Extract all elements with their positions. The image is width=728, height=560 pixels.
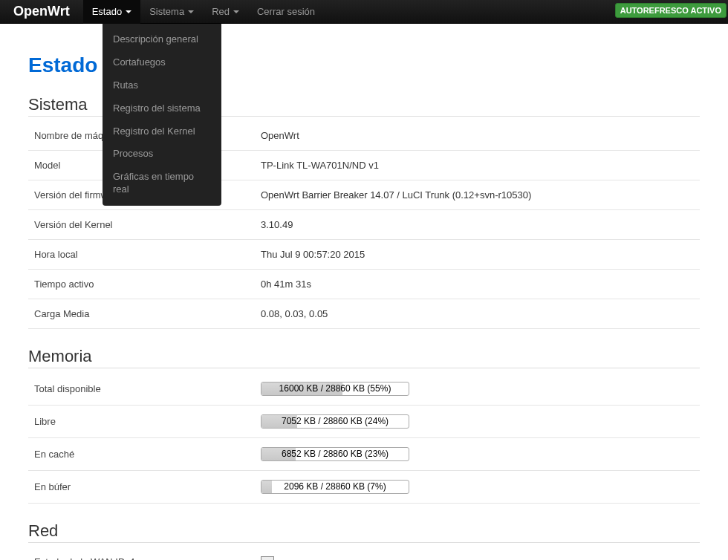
memory-row-value: 7052 KB / 28860 KB (24%) bbox=[261, 414, 694, 429]
caret-down-icon bbox=[188, 10, 194, 13]
progress-text: 7052 KB / 28860 KB (24%) bbox=[261, 415, 409, 428]
system-row-label: Hora local bbox=[34, 249, 261, 260]
caret-down-icon bbox=[233, 10, 239, 13]
wan-label: Estado de la WAN IPv4 bbox=[34, 556, 261, 560]
navbar-brand[interactable]: OpenWrt bbox=[0, 4, 83, 19]
system-row: Tiempo activo0h 41m 31s bbox=[28, 270, 700, 299]
memory-row-label: En caché bbox=[34, 449, 261, 460]
system-row-value: OpenWrt bbox=[261, 130, 694, 141]
wan-row: Estado de la WAN IPv4 Tipo: static bbox=[28, 547, 700, 560]
memory-row-value: 2096 KB / 28860 KB (7%) bbox=[261, 480, 694, 494]
progress-bar: 7052 KB / 28860 KB (24%) bbox=[261, 414, 409, 429]
nav-item-label: Red bbox=[212, 6, 230, 17]
dropdown-item-procesos[interactable]: Procesos bbox=[103, 143, 221, 166]
network-device-icon bbox=[261, 556, 274, 560]
system-row-label: Tiempo activo bbox=[34, 279, 261, 290]
memory-row-label: Libre bbox=[34, 416, 261, 427]
memory-row: En caché6852 KB / 28860 KB (23%) bbox=[28, 438, 700, 471]
progress-text: 2096 KB / 28860 KB (7%) bbox=[261, 481, 409, 493]
system-row-value: Thu Jul 9 00:57:20 2015 bbox=[261, 249, 694, 260]
system-row-value: 3.10.49 bbox=[261, 219, 694, 230]
memory-row-label: Total disponible bbox=[34, 383, 261, 394]
nav-item-estado[interactable]: Estado bbox=[83, 0, 140, 24]
memory-row-value: 6852 KB / 28860 KB (23%) bbox=[261, 447, 694, 461]
memory-row: Total disponible16000 KB / 28860 KB (55%… bbox=[28, 373, 700, 406]
wan-value: Tipo: static bbox=[261, 556, 694, 560]
system-row: Versión del Kernel3.10.49 bbox=[28, 210, 700, 240]
navbar: OpenWrt EstadoSistemaRedCerrar sesión AU… bbox=[0, 0, 728, 24]
estado-dropdown: Descripción generalCortafuegosRutasRegis… bbox=[103, 24, 221, 206]
progress-text: 16000 KB / 28860 KB (55%) bbox=[261, 382, 409, 395]
system-row-label: Carga Media bbox=[34, 308, 261, 319]
network-heading: Red bbox=[28, 521, 700, 543]
system-row-value: OpenWrt Barrier Breaker 14.07 / LuCI Tru… bbox=[261, 189, 694, 201]
system-row-value: TP-Link TL-WA701N/ND v1 bbox=[261, 160, 694, 171]
nav-item-label: Estado bbox=[92, 6, 122, 17]
memory-heading: Memoria bbox=[28, 347, 700, 368]
system-row-value: 0h 41m 31s bbox=[261, 279, 694, 290]
nav-item-cerrar-sesión[interactable]: Cerrar sesión bbox=[248, 0, 324, 24]
dropdown-item-descripción-general[interactable]: Descripción general bbox=[103, 28, 221, 51]
progress-bar: 16000 KB / 28860 KB (55%) bbox=[261, 382, 409, 396]
progress-bar: 6852 KB / 28860 KB (23%) bbox=[261, 447, 409, 461]
nav-item-label: Cerrar sesión bbox=[257, 6, 315, 17]
memory-row: Libre7052 KB / 28860 KB (24%) bbox=[28, 406, 700, 438]
progress-bar: 2096 KB / 28860 KB (7%) bbox=[261, 480, 409, 494]
nav-item-sistema[interactable]: Sistema bbox=[140, 0, 203, 24]
memory-row: En búfer2096 KB / 28860 KB (7%) bbox=[28, 471, 700, 504]
system-row: Hora localThu Jul 9 00:57:20 2015 bbox=[28, 240, 700, 270]
dropdown-item-registro-del-kernel[interactable]: Registro del Kernel bbox=[103, 120, 221, 143]
dropdown-item-registro-del-sistema[interactable]: Registro del sistema bbox=[103, 97, 221, 120]
memory-row-value: 16000 KB / 28860 KB (55%) bbox=[261, 382, 694, 396]
caret-down-icon bbox=[126, 10, 131, 13]
progress-text: 6852 KB / 28860 KB (23%) bbox=[261, 448, 409, 460]
dropdown-item-cortafuegos[interactable]: Cortafuegos bbox=[103, 51, 221, 74]
system-row-label: Versión del Kernel bbox=[34, 219, 261, 230]
nav-item-label: Sistema bbox=[149, 6, 184, 17]
dropdown-item-rutas[interactable]: Rutas bbox=[103, 74, 221, 97]
memory-row-label: En búfer bbox=[34, 481, 261, 492]
nav-item-red[interactable]: Red bbox=[203, 0, 248, 24]
system-row-value: 0.08, 0.03, 0.05 bbox=[261, 308, 694, 319]
system-row: Carga Media0.08, 0.03, 0.05 bbox=[28, 299, 700, 329]
dropdown-item-gráficas-en-tiempo-real[interactable]: Gráficas en tiempo real bbox=[103, 166, 221, 201]
autorefresh-badge[interactable]: AUTOREFRESCO ACTIVO bbox=[615, 3, 727, 18]
